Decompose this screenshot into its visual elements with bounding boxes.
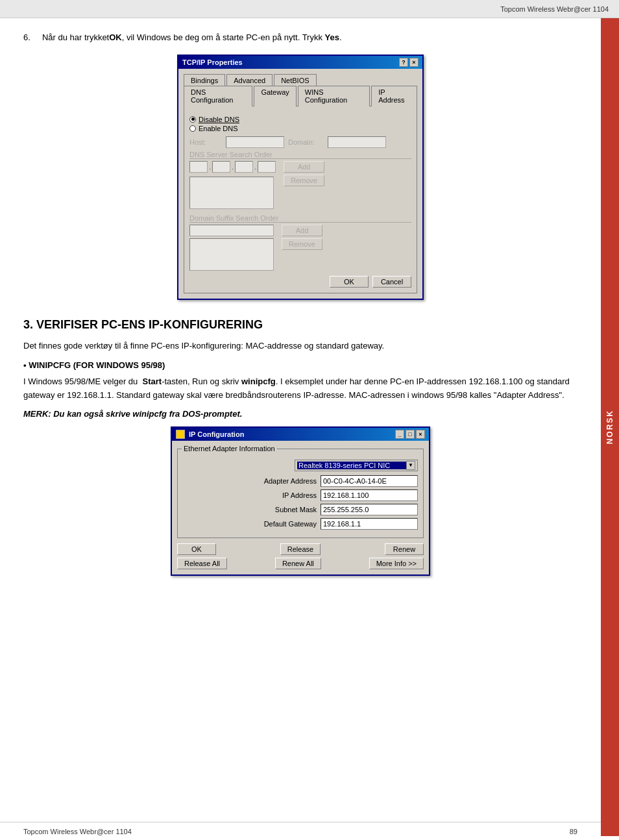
suffix-add-button[interactable]: Add (282, 225, 322, 236)
default-gateway-label: Default Gateway (232, 520, 317, 528)
section3-note: MERK: Du kan også skrive winipcfg fra DO… (23, 409, 577, 419)
tab-wins[interactable]: WINS Configuration (298, 86, 370, 106)
subnet-mask-label: Subnet Mask (232, 506, 317, 513)
enable-dns-radio[interactable] (189, 125, 196, 132)
ip-address-value: 192.168.1.100 (321, 489, 418, 501)
page-footer: Topcom Wireless Webr@cer 1104 89 (0, 822, 601, 840)
enable-dns-option[interactable]: Enable DNS (189, 125, 411, 132)
section3-body: Det finnes gode verktøy til å finne PC-e… (23, 340, 577, 353)
suffix-remove-button[interactable]: Remove (282, 238, 322, 250)
help-button[interactable]: ? (399, 58, 408, 67)
section3-heading: 3. VERIFISER PC-ENS IP-KONFIGURERING (23, 318, 577, 332)
dns-radio-group: Disable DNS Enable DNS (189, 116, 411, 132)
adapter-address-row: Adapter Address 00-C0-4C-A0-14-0E (183, 475, 418, 487)
ip-renew-button[interactable]: Renew (385, 543, 424, 555)
tab-dns[interactable]: DNS Configuration (184, 86, 252, 106)
ip-release-button[interactable]: Release (280, 543, 321, 555)
dns-ip-seg4[interactable] (258, 161, 276, 173)
ethernet-group-label: Ethernet Adapter Information (182, 445, 277, 452)
ip-config-title: IP Configuration (189, 430, 244, 438)
default-gateway-value: 192.168.1.1 (321, 518, 418, 530)
ip-config-title-left: IP Configuration (176, 430, 244, 439)
default-gateway-row: Default Gateway 192.168.1.1 (183, 518, 418, 530)
tcpip-dialog: TCP/IP Properties ? × Bindings Advanced … (177, 55, 424, 300)
ip-renew-all-button[interactable]: Renew All (275, 558, 321, 569)
tab-ipaddress[interactable]: IP Address (371, 86, 417, 106)
disable-dns-radio[interactable] (189, 116, 196, 123)
adapter-name: Realtek 8139-series PCI NIC (297, 462, 406, 469)
section3-paragraph: I Windows 95/98/ME velger du Start-taste… (23, 375, 577, 402)
dns-server-section: DNS Server Search Order . . . (189, 151, 411, 209)
dns-ip-seg2[interactable] (212, 161, 230, 173)
ip-config-titlebar: IP Configuration _ □ × (172, 428, 429, 441)
adapter-dropdown[interactable]: Realtek 8139-series PCI NIC ▼ (295, 460, 418, 471)
host-label: Host: (189, 138, 222, 146)
tab-row1: Bindings Advanced NetBIOS (184, 74, 417, 86)
domain-suffix-list[interactable] (189, 238, 274, 271)
subnet-mask-value: 255.255.255.0 (321, 504, 418, 515)
disable-dns-label: Disable DNS (199, 116, 239, 123)
footer-left: Topcom Wireless Webr@cer 1104 (23, 828, 132, 835)
ip-address-row: IP Address 192.168.1.100 (183, 489, 418, 501)
dropdown-arrow-icon[interactable]: ▼ (406, 461, 415, 470)
domain-suffix-buttons: Add Remove (282, 225, 322, 250)
ip-config-title-buttons: _ □ × (395, 430, 425, 439)
tcpip-title-buttons: ? × (399, 58, 419, 67)
footer-right: 89 (570, 828, 577, 835)
tcpip-body: Bindings Advanced NetBIOS DNS Configurat… (178, 69, 422, 299)
tab-gateway[interactable]: Gateway (254, 86, 296, 106)
tab-advanced[interactable]: Advanced (226, 74, 273, 86)
ethernet-group: Ethernet Adapter Information Realtek 813… (177, 449, 424, 538)
tcpip-titlebar: TCP/IP Properties ? × (178, 56, 422, 69)
domain-suffix-section: Domain Suffix Search Order Add Remove (189, 214, 411, 271)
ip-config-icon (176, 430, 185, 439)
ip-max-button[interactable]: □ (406, 430, 415, 439)
domain-input[interactable] (328, 136, 386, 148)
cancel-button[interactable]: Cancel (372, 276, 411, 288)
dns-server-list[interactable] (189, 177, 274, 209)
dns-ip-seg1[interactable] (189, 161, 208, 173)
ip-button-row1: OK Release Renew (177, 543, 424, 555)
adapter-dropdown-row: Realtek 8139-series PCI NIC ▼ (183, 460, 418, 471)
language-sidebar: NORSK (601, 18, 619, 836)
main-content: 6. Når du har trykketOK, vil Windows be … (0, 18, 601, 589)
ok-button[interactable]: OK (330, 276, 369, 288)
dns-ip-seg3[interactable] (235, 161, 253, 173)
domain-label: Domain: (288, 138, 324, 146)
ip-button-row2: Release All Renew All More Info >> (177, 558, 424, 569)
tcpip-title: TCP/IP Properties (182, 58, 243, 66)
tab-bindings[interactable]: Bindings (184, 74, 225, 86)
disable-dns-option[interactable]: Disable DNS (189, 116, 411, 123)
header-title: Topcom Wireless Webr@cer 1104 (500, 5, 609, 13)
tab-content: Disable DNS Enable DNS Host: Domain: (184, 106, 417, 293)
host-domain-row: Host: Domain: (189, 136, 411, 148)
ip-address-label: IP Address (232, 491, 317, 499)
dns-server-label: DNS Server Search Order (189, 151, 411, 159)
ok-cancel-row: OK Cancel (189, 276, 411, 288)
ip-more-info-button[interactable]: More Info >> (369, 558, 424, 569)
dns-remove-button[interactable]: Remove (284, 175, 324, 186)
ip-min-button[interactable]: _ (395, 430, 404, 439)
domain-suffix-input[interactable] (189, 225, 274, 236)
dns-ip-row: . . . (189, 161, 276, 173)
tab-netbios[interactable]: NetBIOS (274, 74, 316, 86)
ip-close-button[interactable]: × (416, 430, 425, 439)
close-button[interactable]: × (409, 58, 419, 67)
dns-server-buttons: Add Remove (284, 161, 324, 186)
adapter-address-label: Adapter Address (232, 477, 317, 485)
page-header: Topcom Wireless Webr@cer 1104 (0, 0, 619, 18)
ip-config-dialog: IP Configuration _ □ × Ethernet Adapter … (171, 426, 430, 576)
ip-ok-button[interactable]: OK (177, 543, 216, 555)
dns-add-button[interactable]: Add (284, 161, 324, 173)
step-number: 6. (23, 32, 30, 42)
ip-release-all-button[interactable]: Release All (177, 558, 227, 569)
host-input[interactable] (226, 136, 284, 148)
ip-config-body: Ethernet Adapter Information Realtek 813… (172, 441, 429, 574)
enable-dns-label: Enable DNS (199, 125, 238, 132)
domain-suffix-label: Domain Suffix Search Order (189, 214, 411, 223)
step6-text: 6. Når du har trykketOK, vil Windows be … (23, 31, 577, 44)
tab-row2: DNS Configuration Gateway WINS Configura… (184, 86, 417, 106)
adapter-address-value: 00-C0-4C-A0-14-0E (321, 475, 418, 487)
subnet-mask-row: Subnet Mask 255.255.255.0 (183, 504, 418, 515)
language-label: NORSK (605, 410, 614, 444)
